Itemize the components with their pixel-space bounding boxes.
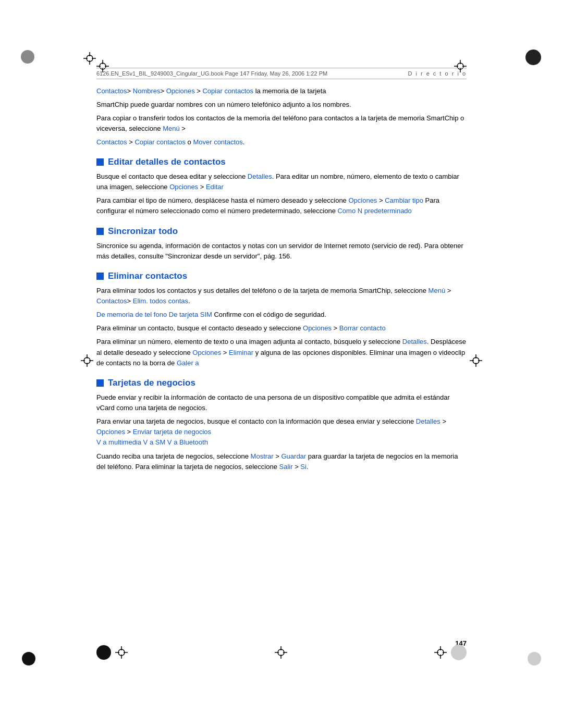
section-heading-editar: Editar detalles de contactos	[96, 157, 467, 167]
page: 6126.EN_ESv1_BIL_9249003_Cingular_UG.boo…	[0, 0, 563, 728]
reg-mark-tl-inner	[83, 52, 96, 66]
intro-text-2: SmartChip puede guardar nombres con un n…	[96, 100, 467, 110]
intro-text-4: Contactos > Copiar contactos o Mover con…	[96, 137, 467, 147]
link-opciones-6[interactable]: Opciones	[96, 428, 125, 436]
bottom-marks-row	[96, 645, 467, 660]
link-de-memoria[interactable]: De memoria de tel fono	[96, 311, 167, 318]
deco-circle-bottom-right	[451, 645, 467, 660]
link-via-multimedia[interactable]: V a multimedia	[96, 438, 141, 446]
link-detalles-1[interactable]: Detalles	[248, 172, 272, 180]
content-area: Contactos> Nombres> Opciones > Copiar co…	[96, 86, 467, 645]
eliminar-para2: Para eliminar un contacto, busque el con…	[96, 323, 467, 334]
reg-mark-bottom-left	[115, 646, 128, 659]
eliminar-para1: Para eliminar todos los contactos y sus …	[96, 286, 467, 306]
link-elim-todos[interactable]: Elim. todos contas	[133, 297, 188, 305]
link-menu-2[interactable]: Menú	[429, 287, 446, 294]
section-square-editar	[96, 158, 104, 166]
link-si[interactable]: Si	[300, 463, 307, 471]
deco-circle-bottom-right-outer	[528, 652, 541, 665]
link-via-bluetooth[interactable]: V a Bluetooth	[167, 438, 208, 446]
editar-para2: Para cambiar el tipo de número, despláce…	[96, 195, 467, 216]
section-square-sincronizar	[96, 228, 104, 235]
link-editar[interactable]: Editar	[206, 183, 224, 191]
link-cambiar-tipo[interactable]: Cambiar tipo	[385, 196, 423, 204]
link-nombres[interactable]: Nombres	[133, 87, 161, 95]
link-galeria[interactable]: Galer a	[177, 359, 199, 367]
section-heading-tarjetas: Tarjetas de negocios	[96, 378, 467, 388]
tarjetas-para2: Para enviar una tarjeta de negocios, bus…	[96, 416, 467, 448]
corner-mark-top-right	[525, 50, 541, 65]
link-contactos-1[interactable]: Contactos	[96, 87, 127, 95]
link-menu-1[interactable]: Menú	[163, 125, 180, 132]
tarjetas-para1: Puede enviar y recibir la información de…	[96, 392, 467, 413]
tarjetas-para3: Cuando reciba una tarjeta de negocios, s…	[96, 451, 467, 472]
link-eliminar[interactable]: Eliminar	[229, 349, 253, 356]
link-detalles-3[interactable]: Detalles	[416, 417, 440, 425]
section-title-sincronizar: Sincronizar todo	[108, 226, 178, 237]
intro-text-1: la memoria de la tarjeta	[255, 87, 326, 95]
link-mostrar[interactable]: Mostrar	[251, 452, 274, 460]
link-opciones-3[interactable]: Opciones	[348, 196, 377, 204]
link-de-tarjeta[interactable]: De tarjeta SIM	[169, 311, 212, 318]
section-heading-eliminar: Eliminar contactos	[96, 271, 467, 281]
reg-mark-left-mid	[81, 354, 93, 367]
link-opciones-5[interactable]: Opciones	[192, 349, 221, 356]
sincronizar-para1: Sincronice su agenda, información de con…	[96, 241, 467, 262]
solid-circle-bottom-left-outer	[22, 652, 35, 665]
link-borrar-contacto[interactable]: Borrar contacto	[339, 324, 386, 332]
corner-mark-top-left	[21, 50, 34, 64]
intro-text-3: Para copiar o transferir todos los conta…	[96, 113, 467, 134]
link-copiar-contactos-2[interactable]: Copiar contactos	[134, 138, 186, 146]
intro-breadcrumb: Contactos> Nombres> Opciones > Copiar co…	[96, 86, 467, 96]
section-title-editar: Editar detalles de contactos	[108, 157, 226, 167]
editar-para1: Busque el contacto que desea editar y se…	[96, 171, 467, 192]
header-file-info: 6126.EN_ESv1_BIL_9249003_Cingular_UG.boo…	[96, 70, 408, 77]
reg-mark-bottom-right	[434, 646, 447, 659]
link-opciones-1[interactable]: Opciones	[166, 87, 195, 95]
link-enviar-tarjeta[interactable]: Enviar tarjeta de negocios	[133, 428, 211, 436]
link-salir[interactable]: Salir	[279, 463, 293, 471]
eliminar-submenu: De memoria de tel fono De tarjeta SIM Co…	[96, 310, 467, 320]
section-heading-sincronizar: Sincronizar todo	[96, 226, 467, 237]
link-contactos-2[interactable]: Contactos	[96, 138, 127, 146]
section-title-tarjetas: Tarjetas de negocios	[108, 378, 195, 388]
eliminar-para3: Para eliminar un número, elemento de tex…	[96, 337, 467, 368]
solid-circle-bottom-left-inner	[96, 645, 111, 660]
link-detalles-2[interactable]: Detalles	[402, 338, 427, 346]
link-mover-contactos[interactable]: Mover contactos	[193, 138, 242, 146]
reg-mark-bottom-center	[275, 646, 287, 659]
header-chapter: D i r e c t o r i o	[408, 70, 467, 77]
link-opciones-4[interactable]: Opciones	[303, 324, 332, 332]
section-square-eliminar	[96, 273, 104, 280]
reg-mark-right-mid	[470, 354, 482, 367]
link-opciones-2[interactable]: Opciones	[169, 183, 198, 191]
section-square-tarjetas	[96, 379, 104, 387]
link-via-sms[interactable]: V a SM	[143, 438, 167, 446]
link-contactos-3[interactable]: Contactos	[96, 297, 127, 305]
link-como-n[interactable]: Como N predeterminado	[337, 207, 411, 215]
link-copiar-contactos[interactable]: Copiar contactos	[202, 87, 253, 95]
header-bar: 6126.EN_ESv1_BIL_9249003_Cingular_UG.boo…	[96, 68, 467, 79]
link-guardar[interactable]: Guardar	[281, 452, 306, 460]
section-title-eliminar: Eliminar contactos	[108, 271, 187, 281]
